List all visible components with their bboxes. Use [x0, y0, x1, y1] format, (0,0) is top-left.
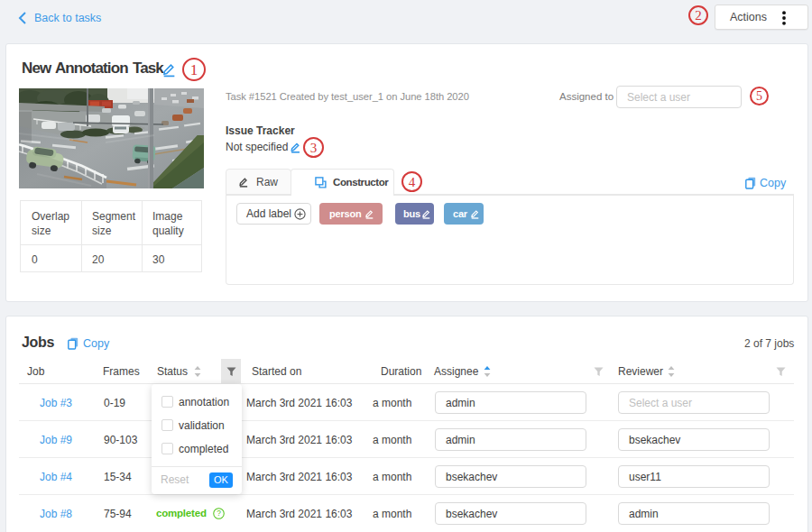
svg-text:?: ? [217, 509, 221, 518]
